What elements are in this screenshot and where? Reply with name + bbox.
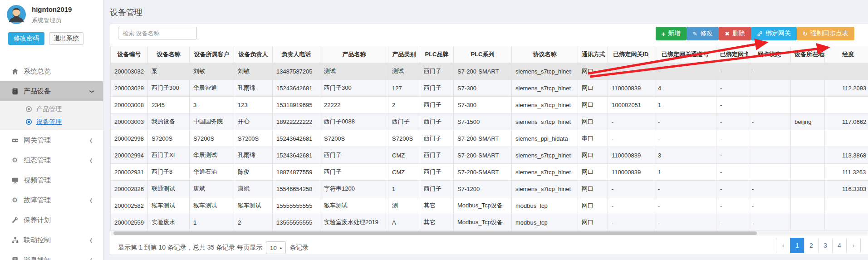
sidebar-subitem-device-management[interactable]: 设备管理 xyxy=(0,116,103,128)
table-cell: 华辰智通 xyxy=(190,80,234,97)
link-icon xyxy=(757,30,763,37)
edit-button[interactable]: ✎修改 xyxy=(687,27,719,40)
sidebar-item-linkage-control[interactable]: 联动控制❮ xyxy=(0,230,103,250)
table-cell xyxy=(791,130,825,147)
table-cell: 其它 xyxy=(420,197,454,214)
chevron-left-icon: ❮ xyxy=(89,138,93,143)
table-cell xyxy=(791,197,825,214)
table-row[interactable]: 2000030082345312315318919695222222西门子S7-… xyxy=(111,97,868,113)
table-cell: - xyxy=(608,181,654,197)
table-cell xyxy=(748,164,791,181)
logout-button[interactable]: 退出系统 xyxy=(49,32,83,45)
table-cell: S7-200-SMART xyxy=(454,147,512,164)
table-cell: 测 xyxy=(388,197,420,214)
horizontal-scrollbar-thumb[interactable] xyxy=(113,231,757,235)
sidebar-subitem-product-management[interactable]: 产品管理 xyxy=(0,103,103,116)
table-cell xyxy=(791,214,825,231)
table-cell: 110000839 xyxy=(608,80,654,97)
username: hignton2019 xyxy=(32,5,72,13)
x-icon: ✖ xyxy=(725,30,730,37)
table-cell: 西门子 xyxy=(420,80,454,97)
table-row[interactable]: 200003029西门子300华辰智通孔雨绵15243642681西门子3001… xyxy=(111,80,868,97)
table-cell: - xyxy=(654,181,716,197)
sidebar-item-product-device[interactable]: 产品设备❮ xyxy=(0,81,103,101)
table-cell: 127 xyxy=(388,80,420,97)
sidebar-item-system-overview[interactable]: 系统总览 xyxy=(0,61,103,81)
table-cell: CMZ xyxy=(388,147,420,164)
table-cell: S7200S xyxy=(148,130,190,147)
page-button-3[interactable]: 3 xyxy=(818,238,833,253)
table-cell: - xyxy=(748,181,791,197)
table-row[interactable]: 200002931西门子8华通石油陈俊18874877559西门子CMZ西门子S… xyxy=(111,164,868,181)
search-input[interactable] xyxy=(118,27,197,39)
table-row[interactable]: 200002998S7200SS7200SS7200S15243642681S7… xyxy=(111,130,868,147)
table-row[interactable]: 200002994西门子XI华辰测试孔雨绵15243642681西门子CMZ西门… xyxy=(111,147,868,164)
page-button-4[interactable]: 4 xyxy=(832,238,847,253)
plus-icon: + xyxy=(662,30,666,38)
page-prev-button[interactable]: ‹ xyxy=(776,238,790,253)
sidebar-item-message-notify[interactable]: 消息通知❮ xyxy=(0,250,103,260)
column-header: 设备负责人 xyxy=(234,46,273,63)
table-cell: - xyxy=(748,113,791,130)
force-sync-points-button[interactable]: ↻强制同步点表 xyxy=(797,27,854,40)
page-size-select[interactable]: 10 ▴ xyxy=(266,241,286,254)
table-row[interactable]: 200003032泵刘敏刘敏13487587205测试测试西门子S7-200-S… xyxy=(111,63,868,80)
sidebar-item-config-management[interactable]: ⚙组态管理❮ xyxy=(0,150,103,170)
table-cell: S7-300 xyxy=(454,80,512,97)
table-cell: 13555555555 xyxy=(273,214,320,231)
sidebar-item-label: 组态管理 xyxy=(24,156,51,165)
table-row[interactable]: 200002826联通测试唐斌唐斌15546654258字符串12001西门子S… xyxy=(111,181,868,197)
add-button[interactable]: +新增 xyxy=(656,27,687,40)
table-cell: siemens_s7tcp_hinet xyxy=(512,164,578,181)
sidebar-item-fault-management[interactable]: ⚙故障管理❮ xyxy=(0,190,103,210)
sidebar-item-maintenance-plan[interactable]: 保养计划 xyxy=(0,210,103,230)
table-cell: 刘敏 xyxy=(234,63,273,80)
table-cell xyxy=(825,97,868,113)
table-cell: 孔雨绵 xyxy=(234,147,273,164)
avatar xyxy=(6,5,26,25)
table-cell: S7-300 xyxy=(454,97,512,113)
table-cell: S7-200-SMART xyxy=(454,164,512,181)
sidebar-menu: 系统总览产品设备❮产品管理设备管理网关管理❮⚙组态管理❮视频管理⚙故障管理❮保养… xyxy=(0,61,103,260)
dot-circle-icon xyxy=(25,118,33,126)
table-cell: - xyxy=(748,197,791,214)
page-button-2[interactable]: 2 xyxy=(804,238,819,253)
horizontal-scrollbar[interactable] xyxy=(111,231,868,235)
table-cell: 网口 xyxy=(578,181,608,197)
table-cell xyxy=(791,97,825,113)
table-cell: - xyxy=(716,63,748,80)
sidebar-item-video-management[interactable]: 视频管理 xyxy=(0,170,103,190)
delete-button[interactable]: ✖删除 xyxy=(719,27,751,40)
table-row[interactable]: 200002582猴车测试猴车测试猴车测试15555555555猴车测试测其它M… xyxy=(111,197,868,214)
table-row[interactable]: 200002559实验废水1213555555555实验室废水处理2019A其它… xyxy=(111,214,868,231)
main-area: 设备管理 +新增✎修改✖删除绑定网关↻强制同步点表 设备编号设备名称设备所属客户… xyxy=(103,0,868,260)
page-next-button[interactable]: › xyxy=(846,238,861,253)
table-cell: 200002931 xyxy=(111,164,148,181)
table-footer: 显示第 1 到第 10 条记录，总共 35 条记录 每页显示 10 ▴ 条记录 … xyxy=(110,235,868,255)
refresh-icon: ↻ xyxy=(803,30,808,37)
sidebar-subitem-label: 产品管理 xyxy=(36,105,62,113)
table-cell: S7-1500 xyxy=(454,113,512,130)
table-cell: 200003008 xyxy=(111,97,148,113)
column-header: 产品类别 xyxy=(388,46,420,63)
user-role: 系统管理员 xyxy=(32,16,72,25)
table-cell: 3 xyxy=(190,97,234,113)
table-cell: modbus_tcp xyxy=(512,214,578,231)
bind-gateway-button[interactable]: 绑定网关 xyxy=(751,27,797,40)
button-label: 新增 xyxy=(668,29,681,38)
page-button-1[interactable]: 1 xyxy=(790,238,804,253)
sidebar: hignton2019 系统管理员 修改密码 退出系统 系统总览产品设备❮产品管… xyxy=(0,0,103,260)
table-cell: siemens_ppi_hidata xyxy=(512,130,578,147)
change-password-button[interactable]: 修改密码 xyxy=(8,32,44,45)
home-icon xyxy=(11,68,19,75)
sidebar-item-gateway-management[interactable]: 网关管理❮ xyxy=(0,130,103,150)
table-cell: 18874877559 xyxy=(273,164,320,181)
table-row[interactable]: 200003003我的设备中国国务院开心18922222222西门子0088西门… xyxy=(111,113,868,130)
table-cell: 200002582 xyxy=(111,197,148,214)
table-cell xyxy=(791,181,825,197)
sidebar-item-label: 网关管理 xyxy=(24,136,51,145)
table-cell: 联通测试 xyxy=(148,181,190,197)
table-cell: - xyxy=(716,113,748,130)
table-cell: 陈俊 xyxy=(234,164,273,181)
table-cell: CMZ xyxy=(388,164,420,181)
